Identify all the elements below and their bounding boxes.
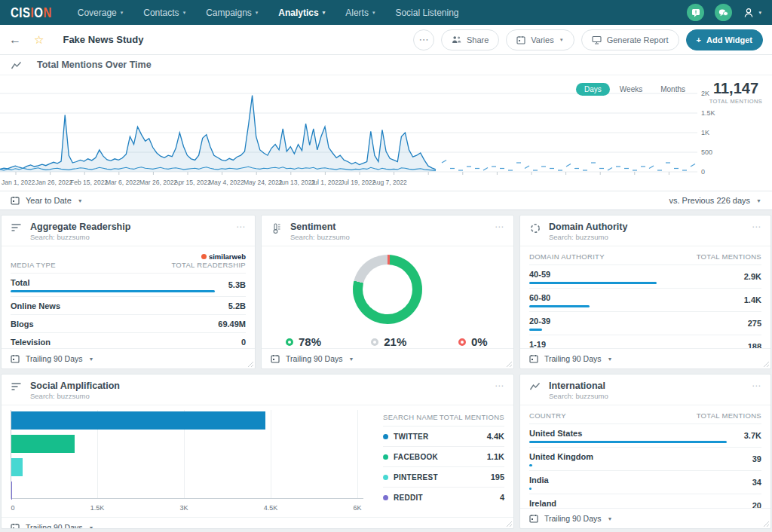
caret-down-icon: ▼	[559, 38, 564, 42]
caret-down-icon: ▾	[372, 10, 375, 16]
y-axis-tick: 1K	[701, 129, 709, 136]
column-header: TOTAL MENTIONS	[697, 252, 761, 261]
resize-handle[interactable]	[763, 361, 769, 367]
legend-row-pinterest: PINTEREST195	[383, 466, 504, 487]
calendar-icon	[516, 35, 525, 44]
sentiment-widget: Sentiment Search: buzzsumo ⋯ 78%Positive…	[261, 215, 514, 369]
total-mentions-summary: 11,147 TOTAL MENTIONS	[704, 81, 767, 105]
column-header: TOTAL READERSHIP	[171, 261, 246, 269]
bar-twitter	[11, 411, 265, 430]
total-mentions-value: 11,147	[704, 81, 767, 96]
back-button[interactable]: ←	[9, 34, 21, 46]
provider-block: similarweb TOTAL READERSHIP	[171, 252, 246, 269]
date-range-selector[interactable]: Year to Date	[26, 196, 72, 205]
widget-search: Search: buzzsumo	[290, 233, 350, 241]
plus-icon: +	[697, 35, 701, 44]
cision-logo: CISION	[11, 5, 52, 20]
chat-button[interactable]	[715, 4, 732, 21]
nav-item-social-listening[interactable]: Social Listening	[395, 8, 458, 18]
page-title: Fake News Study	[63, 34, 143, 45]
widget-date-range[interactable]: Trailing 90 Days ▼	[520, 508, 770, 528]
nav-item-contacts[interactable]: Contacts▾	[143, 8, 185, 18]
value-bar	[11, 290, 215, 292]
widget-date-range[interactable]: Trailing 90 Days ▼	[520, 348, 770, 368]
widget-date-range[interactable]: Trailing 90 Days ▼	[2, 517, 513, 529]
widget-menu-button[interactable]: ⋯	[752, 381, 761, 391]
nav-item-analytics[interactable]: Analytics▾	[278, 8, 325, 18]
widget-search: Search: buzzsumo	[549, 392, 608, 400]
x-axis-tick: Jul 1, 2022	[311, 179, 342, 186]
legend-row-facebook: FACEBOOK1.1K	[383, 446, 504, 466]
value-bar	[529, 305, 590, 307]
calendar-icon	[11, 523, 20, 529]
aggregate-readership-widget: Aggregate Readership Search: buzzsumo ⋯ …	[1, 215, 256, 369]
nav-item-alerts[interactable]: Alerts▾	[345, 8, 375, 18]
add-widget-button[interactable]: + Add Widget	[686, 29, 763, 50]
chat-bubbles-icon	[718, 8, 728, 17]
x-axis-tick: Jun 13, 2022	[278, 179, 315, 186]
x-axis-tick: Jan 26, 2022	[35, 179, 72, 186]
value-bar	[529, 441, 727, 443]
sentiment-donut-chart	[353, 255, 422, 324]
date-range-button[interactable]: Varies ▼	[506, 29, 574, 50]
widget-date-range[interactable]: Trailing 90 Days ▼	[262, 348, 513, 368]
resize-handle[interactable]	[763, 521, 769, 527]
column-header: MEDIA TYPE	[11, 261, 56, 269]
nav-item-campaigns[interactable]: Campaigns▾	[206, 8, 258, 18]
x-axis-tick: May 4, 2022	[209, 179, 244, 186]
toggle-months[interactable]: Months	[652, 83, 694, 96]
widget-title: Sentiment	[290, 222, 350, 232]
thermometer-icon	[271, 223, 283, 234]
calendar-icon	[11, 196, 20, 205]
x-axis-line	[11, 498, 363, 499]
widget-title: Domain Authority	[549, 222, 627, 232]
legend-dot-icon	[383, 454, 388, 460]
legend-ring-icon	[458, 338, 466, 346]
toggle-weeks[interactable]: Weeks	[611, 83, 651, 96]
total-mentions-widget: Total Mentions Over Time DaysWeeksMonths…	[0, 55, 772, 210]
caret-down-icon: ▼	[756, 198, 761, 203]
user-menu[interactable]: ▾	[743, 7, 761, 19]
widget-menu-button[interactable]: ⋯	[495, 381, 504, 391]
x-axis-tick: Feb 15, 2022	[70, 179, 108, 186]
social-legend: SEARCH NAME TOTAL MENTIONS TWITTER4.4KFA…	[383, 410, 504, 517]
nav-item-coverage[interactable]: Coverage▾	[78, 8, 124, 18]
x-axis-tick: May 24, 2022	[244, 179, 283, 186]
widget-date-range[interactable]: Trailing 90 Days ▼	[2, 348, 255, 368]
table-row: 20-39275	[529, 311, 761, 335]
resize-handle[interactable]	[506, 521, 512, 527]
x-axis-tick: Mar 6, 2022	[106, 179, 139, 186]
calendar-icon	[11, 354, 20, 363]
bars-icon	[11, 382, 23, 391]
share-button[interactable]: Share	[441, 29, 499, 50]
toggle-days[interactable]: Days	[576, 83, 610, 96]
legend-row-reddit: REDDIT4	[383, 487, 504, 507]
table-row: United Kingdom39	[529, 447, 761, 470]
international-widget: International Search: buzzsumo ⋯ COUNTRY…	[519, 374, 771, 529]
table-row: 1-19188	[529, 335, 761, 348]
more-options-button[interactable]: ⋯	[413, 29, 434, 50]
social-amplification-widget: Social Amplification Search: buzzsumo ⋯ …	[1, 374, 514, 529]
line-chart-icon	[11, 61, 23, 70]
favorite-star-icon[interactable]: ☆	[34, 34, 44, 45]
presentation-icon	[592, 35, 602, 44]
legend-row-twitter: TWITTER4.4K	[383, 426, 504, 446]
dashed-circle-icon	[529, 223, 541, 234]
interval-toggle: DaysWeeksMonths	[576, 83, 694, 96]
table-row: India34	[529, 470, 761, 494]
widget-menu-button[interactable]: ⋯	[236, 222, 246, 232]
generate-report-button[interactable]: Generate Report	[581, 29, 679, 50]
exclamation-bubble-icon	[691, 8, 700, 17]
mentions-chart: DaysWeeksMonths 11,147 TOTAL MENTIONS 2K…	[0, 75, 772, 191]
resize-handle[interactable]	[506, 361, 512, 367]
feedback-button[interactable]	[687, 4, 704, 21]
gridline	[271, 410, 271, 499]
resize-handle[interactable]	[247, 361, 253, 367]
comparison-selector[interactable]: vs. Previous 226 days ▼	[669, 196, 761, 205]
widget-menu-button[interactable]: ⋯	[752, 222, 761, 232]
caret-down-icon: ▼	[78, 198, 83, 203]
widget-menu-button[interactable]: ⋯	[495, 222, 504, 232]
bar-pinterest	[11, 458, 23, 476]
caret-down-icon: ▾	[183, 10, 186, 16]
y-axis-tick: 500	[701, 148, 712, 156]
